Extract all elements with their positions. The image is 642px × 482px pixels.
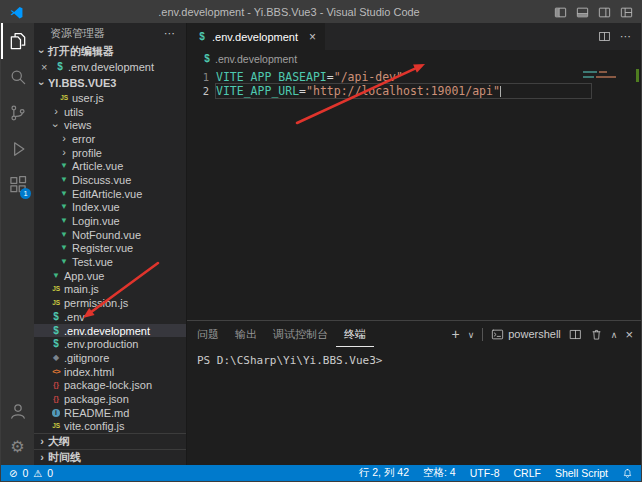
terminal-icon — [491, 328, 504, 341]
tree-item-NotFound.vue[interactable]: NotFound.vue — [34, 228, 186, 242]
vue-file-icon — [58, 217, 70, 225]
tree-item-main.js[interactable]: main.js — [34, 283, 186, 297]
close-panel-icon[interactable] — [625, 327, 633, 342]
tree-item-permission.js[interactable]: permission.js — [34, 296, 186, 310]
minimap[interactable] — [583, 71, 629, 81]
breadcrumb[interactable]: .env.development — [187, 50, 641, 67]
tree-item-Article.vue[interactable]: Article.vue — [34, 159, 186, 173]
tree-item-.gitignore[interactable]: .gitignore — [34, 351, 186, 365]
tree-item-Discuss.vue[interactable]: Discuss.vue — [34, 173, 186, 187]
problems-status[interactable]: 0 0 — [9, 467, 53, 479]
search-icon[interactable] — [1, 59, 34, 95]
terminal-shell-selector[interactable]: powershell — [491, 328, 561, 341]
npm-file-icon — [50, 395, 62, 403]
tree-item-vite.config.js[interactable]: vite.config.js — [34, 420, 186, 434]
js-file-icon — [58, 95, 70, 102]
env-key: VITE_APP_BASEAPI — [216, 70, 327, 84]
customize-layout-icon[interactable] — [620, 6, 633, 19]
tree-item-Index.vue[interactable]: Index.vue — [34, 201, 186, 215]
panel-tab-调试控制台[interactable]: 调试控制台 — [265, 321, 336, 347]
tree-item-Test.vue[interactable]: Test.vue — [34, 255, 186, 269]
tree-item-EditArticle.vue[interactable]: EditArticle.vue — [34, 187, 186, 201]
encoding[interactable]: UTF-8 — [470, 467, 500, 479]
code-line-2[interactable]: 2 VITE_APP_URL="http://localhost:19001/a… — [187, 84, 641, 98]
more-actions-icon[interactable] — [164, 27, 176, 40]
split-terminal-icon[interactable] — [569, 328, 582, 341]
breadcrumb-file[interactable]: .env.development — [215, 53, 297, 65]
project-section-header[interactable]: YI.BBS.VUE3 — [34, 75, 186, 91]
tree-item-package.json[interactable]: package.json — [34, 392, 186, 406]
toggle-sidebar-icon[interactable] — [554, 6, 567, 19]
shell-name: powershell — [508, 328, 561, 340]
tree-item-label: package.json — [64, 393, 129, 405]
git-file-icon — [50, 354, 62, 362]
terminal-content[interactable]: PS D:\CSharp\Yi\Yi.BBS.Vue3> — [187, 347, 641, 465]
close-icon[interactable] — [41, 61, 54, 73]
split-editor-icon[interactable] — [598, 30, 611, 43]
tree-item-Login.vue[interactable]: Login.vue — [34, 214, 186, 228]
indent-size[interactable]: 空格: 4 — [423, 466, 456, 480]
shell-file-icon — [54, 62, 66, 72]
window-title: .env.development - Yi.BBS.Vue3 - Visual … — [24, 6, 554, 18]
tree-item-utils[interactable]: utils — [34, 105, 186, 119]
npm-file-icon — [50, 381, 62, 389]
shell-file-icon — [50, 326, 62, 336]
error-count: 0 — [22, 467, 28, 479]
tree-item-views[interactable]: views — [34, 118, 186, 132]
open-editors-section-header[interactable]: 打开的编辑器 — [34, 43, 186, 59]
eol-sequence[interactable]: CRLF — [513, 467, 540, 479]
tab-env-development[interactable]: .env.development — [187, 23, 325, 50]
vue-file-icon — [58, 190, 70, 198]
tree-item-.env.production[interactable]: .env.production — [34, 337, 186, 351]
tree-item-label: main.js — [64, 283, 99, 295]
tree-item-index.html[interactable]: index.html — [34, 365, 186, 379]
terminal-profile-dropdown-icon[interactable] — [468, 328, 475, 340]
maximize-panel-icon[interactable] — [611, 328, 618, 340]
tree-item-.env.development[interactable]: .env.development — [34, 324, 186, 338]
tree-item-user.js[interactable]: user.js — [34, 91, 186, 105]
editor-tab-bar: .env.development — [187, 23, 641, 50]
settings-gear-icon[interactable]: ⚙ — [1, 429, 34, 465]
timeline-label: 时间线 — [48, 450, 81, 465]
code-line-1[interactable]: 1 VITE_APP_BASEAPI="/api-dev" — [187, 70, 641, 84]
js-file-icon — [50, 423, 62, 430]
accounts-icon[interactable] — [1, 393, 34, 429]
tree-item-.env[interactable]: .env — [34, 310, 186, 324]
panel-tab-终端[interactable]: 终端 — [336, 321, 374, 347]
timeline-section-header[interactable]: 时间线 — [34, 449, 186, 465]
bottom-panel: 问题输出调试控制台终端 powershell — [187, 320, 641, 465]
toggle-panel-icon[interactable] — [576, 6, 589, 19]
tree-item-package-lock.json[interactable]: package-lock.json — [34, 378, 186, 392]
activity-bar: 1 ⚙ — [1, 23, 34, 465]
chevron-icon — [58, 133, 70, 144]
tree-item-label: .gitignore — [64, 352, 109, 364]
toggle-secondary-sidebar-icon[interactable] — [598, 6, 611, 19]
tree-item-label: .env — [64, 311, 85, 323]
panel-tab-问题[interactable]: 问题 — [189, 321, 227, 347]
line-number: 2 — [187, 84, 209, 98]
panel-tab-输出[interactable]: 输出 — [227, 321, 265, 347]
tree-item-label: index.html — [64, 366, 114, 378]
explorer-icon[interactable] — [1, 23, 34, 59]
extensions-icon[interactable]: 1 — [1, 167, 34, 203]
notifications-bell-icon[interactable] — [622, 468, 633, 479]
tab-close-icon[interactable] — [309, 30, 316, 44]
code-editor[interactable]: 1 VITE_APP_BASEAPI="/api-dev" 2 VITE_APP… — [187, 67, 641, 320]
tree-item-Register.vue[interactable]: Register.vue — [34, 242, 186, 256]
cursor-position[interactable]: 行 2, 列 42 — [359, 466, 409, 480]
run-debug-icon[interactable] — [1, 131, 34, 167]
new-terminal-icon[interactable] — [451, 326, 459, 342]
tree-item-App.vue[interactable]: App.vue — [34, 269, 186, 283]
editor-more-actions-icon[interactable] — [620, 30, 632, 43]
open-editor-item[interactable]: .env.development — [34, 59, 186, 75]
tree-item-error[interactable]: error — [34, 132, 186, 146]
kill-terminal-trash-icon[interactable] — [590, 328, 603, 341]
source-control-icon[interactable] — [1, 95, 34, 131]
outline-section-header[interactable]: 大纲 — [34, 433, 186, 449]
title-bar: .env.development - Yi.BBS.Vue3 - Visual … — [1, 1, 641, 23]
shell-file-icon — [196, 32, 208, 42]
tree-item-README.md[interactable]: README.md — [34, 406, 186, 420]
language-mode[interactable]: Shell Script — [555, 467, 608, 479]
tree-item-profile[interactable]: profile — [34, 146, 186, 160]
workbench: 1 ⚙ 资源管理器 打开的编辑器 .env.development — [1, 23, 641, 465]
